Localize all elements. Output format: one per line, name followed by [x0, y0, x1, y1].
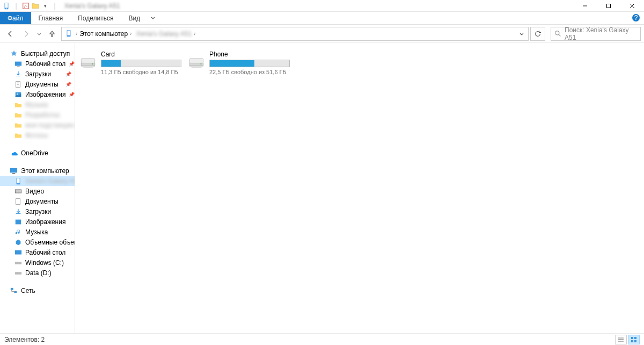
sidebar-item-quick-access[interactable]: Быстрый доступ [0, 48, 75, 59]
sidebar-label: Этот компьютер [21, 167, 69, 175]
title-bar: | ▾ | Xenia's Galaxy A51 [0, 0, 644, 12]
up-button[interactable] [45, 27, 59, 41]
sidebar-item-pinned[interactable]: Разработка [0, 110, 75, 120]
drive-name: Card [101, 51, 182, 58]
address-dropdown-icon[interactable] [516, 27, 527, 40]
sidebar-item-pc-images[interactable]: Изображения [0, 217, 75, 227]
recent-dropdown-icon[interactable] [35, 27, 43, 41]
sidebar-item-pinned[interactable]: моя подстанции qa [0, 120, 75, 130]
sidebar-item-downloads[interactable]: Загрузки 📌 [0, 69, 75, 79]
new-folder-icon[interactable] [31, 2, 40, 10]
navigation-pane: Быстрый доступ Рабочий стол 📌 Загрузки 📌… [0, 43, 75, 333]
status-bar: Элементов: 2 [0, 333, 644, 345]
forward-button[interactable] [19, 27, 33, 41]
sidebar-item-video[interactable]: Видео [0, 186, 75, 196]
sidebar-item-pc-desktop[interactable]: Рабочий стол [0, 247, 75, 257]
drive-item-card[interactable]: Card 11,3 ГБ свободно из 14,8 ГБ [78, 48, 184, 76]
back-button[interactable] [3, 27, 17, 41]
sidebar-item-music[interactable]: Музыка [0, 227, 75, 237]
pin-icon: 📌 [65, 82, 71, 87]
svg-point-20 [17, 94, 18, 95]
sidebar-item-desktop[interactable]: Рабочий стол 📌 [0, 59, 75, 69]
sidebar-item-documents[interactable]: Документы 📌 [0, 79, 75, 89]
svg-rect-30 [14, 262, 21, 264]
search-input[interactable]: Поиск: Xenia's Galaxy A51 [551, 27, 641, 41]
window-controls [573, 0, 644, 12]
sidebar-item-onedrive[interactable]: OneDrive [0, 148, 75, 158]
svg-point-38 [92, 63, 93, 64]
close-button[interactable] [620, 0, 644, 12]
folder-icon [14, 121, 22, 129]
sidebar-label: Рабочий стол [25, 60, 65, 68]
tab-file[interactable]: Файл [0, 12, 31, 24]
sidebar-item-pinned[interactable]: Музыка [0, 99, 75, 110]
phone-device-icon [65, 30, 74, 38]
sidebar-label: Видео [25, 188, 44, 195]
tab-view[interactable]: Вид [121, 12, 148, 24]
sidebar-item-drive-c[interactable]: Windows (C:) [0, 257, 75, 268]
sidebar-item-images[interactable]: Изображения 📌 [0, 89, 75, 99]
drive-item-phone[interactable]: Phone 22,5 ГБ свободно из 51,6 ГБ [187, 48, 292, 76]
storage-bar [101, 60, 181, 67]
drive-icon [14, 258, 22, 267]
svg-rect-37 [81, 59, 95, 63]
search-placeholder: Поиск: Xenia's Galaxy A51 [565, 26, 637, 41]
sidebar-item-pinned[interactable]: Фотосы [0, 130, 75, 140]
drive-info: 11,3 ГБ свободно из 14,8 ГБ [101, 69, 182, 75]
download-icon [14, 207, 22, 215]
sidebar-item-pc-downloads[interactable]: Загрузки [0, 206, 75, 217]
item-count: Элементов: 2 [4, 336, 45, 343]
breadcrumb[interactable]: › Этот компьютер› Xenia's Galaxy A51› [61, 27, 529, 41]
help-icon[interactable]: ? [630, 12, 642, 24]
cube-icon [14, 238, 22, 246]
tab-home[interactable]: Главная [31, 12, 71, 24]
svg-rect-49 [634, 340, 636, 342]
folder-icon [14, 100, 22, 109]
crumb-device[interactable]: Xenia's Galaxy A51› [134, 30, 197, 38]
folder-icon [14, 131, 22, 139]
divider: | [50, 2, 59, 10]
star-icon [10, 49, 18, 58]
refresh-button[interactable] [530, 27, 545, 41]
download-icon [14, 70, 22, 78]
svg-point-12 [555, 31, 559, 35]
svg-point-31 [19, 262, 20, 263]
svg-rect-1 [5, 3, 8, 8]
svg-rect-47 [634, 337, 636, 339]
view-icons-button[interactable] [628, 335, 640, 344]
svg-rect-15 [17, 66, 19, 67]
qa-dropdown-icon[interactable]: ▾ [41, 2, 49, 10]
ribbon-expand-icon[interactable] [148, 12, 158, 24]
view-details-button[interactable] [615, 335, 627, 344]
svg-rect-21 [10, 168, 17, 172]
tab-share[interactable]: Поделиться [70, 12, 121, 24]
svg-rect-22 [12, 173, 16, 174]
sidebar-item-this-pc[interactable]: Этот компьютер [0, 166, 75, 176]
sidebar-label: Data (D:) [25, 269, 52, 277]
svg-rect-5 [607, 4, 611, 8]
sidebar-item-network[interactable]: Сеть [0, 285, 75, 296]
pc-icon [10, 167, 18, 175]
maximize-button[interactable] [597, 0, 620, 12]
desktop-icon [14, 60, 22, 68]
ribbon-tabs: Файл Главная Поделиться Вид ? [0, 12, 644, 25]
svg-rect-14 [14, 61, 21, 66]
crumb-this-pc[interactable]: Этот компьютер› [77, 30, 134, 38]
drive-name: Phone [209, 51, 291, 58]
sidebar-label: Загрузки [25, 70, 51, 78]
sidebar-item-drive-d[interactable]: Data (D:) [0, 268, 75, 278]
properties-icon[interactable] [21, 2, 30, 10]
svg-rect-46 [631, 337, 633, 339]
phone-app-icon [2, 2, 11, 10]
svg-text:?: ? [634, 14, 638, 21]
sidebar-item-3d[interactable]: Объемные объекты [0, 237, 75, 247]
minimize-button[interactable] [573, 0, 597, 12]
svg-rect-33 [11, 288, 13, 290]
pictures-icon [14, 218, 22, 226]
phone-icon [14, 177, 22, 185]
sidebar-item-pc-documents[interactable]: Документы [0, 196, 75, 206]
quick-access-toolbar: | ▾ | [0, 2, 59, 10]
sidebar-item-device[interactable]: Xenia's Galaxy A51 [0, 176, 75, 186]
video-icon [14, 187, 22, 195]
pin-icon: 📌 [69, 92, 75, 97]
